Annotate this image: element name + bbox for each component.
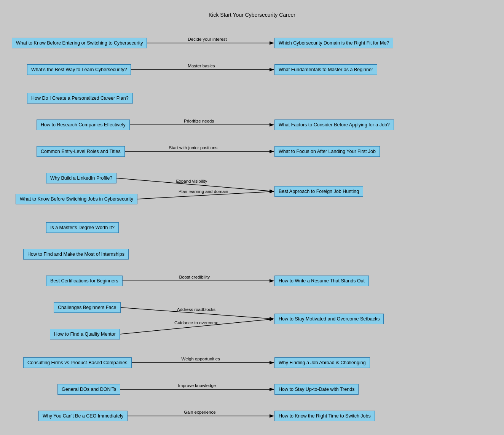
node-n2[interactable]: Which Cybersecurity Domain is the Right … (274, 38, 393, 48)
node-n11[interactable]: Best Approach to Foreign Job Hunting (274, 186, 363, 197)
arrow-label-n6-n7: Prioritize needs (184, 119, 214, 123)
arrow-label-n3-n4: Master basics (188, 64, 215, 68)
node-n18[interactable]: How to Stay Motivated and Overcome Setba… (274, 314, 384, 324)
arrow-label-n1-n2: Decide your interest (188, 37, 227, 41)
arrow-label-n19-n18: Guidance to overcome (174, 320, 219, 325)
arrow-label-n8-n9: Start with junior positions (169, 145, 218, 150)
arrow-label-n10-n11: Expand visibility (176, 179, 207, 183)
node-n16[interactable]: How to Write a Resume That Stands Out (274, 276, 369, 286)
node-n12[interactable]: What to Know Before Switching Jobs in Cy… (16, 194, 137, 204)
node-n4[interactable]: What Fundamentals to Master as a Beginne… (274, 64, 377, 75)
node-n7[interactable]: What Factors to Consider Before Applying… (274, 120, 394, 130)
arrow-label-n24-n25: Gain experience (184, 410, 216, 414)
arrow-label-n20-n21: Weigh opportunities (182, 357, 220, 361)
node-n19[interactable]: How to Find a Quality Mentor (50, 329, 120, 339)
node-n20[interactable]: Consulting Firms vs Product-Based Compan… (23, 357, 132, 368)
node-n3[interactable]: What's the Best Way to Learn Cybersecuri… (27, 64, 131, 75)
arrow-label-n17-n18: Address roadblocks (177, 307, 215, 312)
node-n25[interactable]: How to Know the Right Time to Switch Job… (274, 411, 375, 421)
node-n8[interactable]: Common Entry-Level Roles and Titles (37, 146, 125, 157)
node-n22[interactable]: General DOs and DON'Ts (57, 384, 120, 395)
node-n9[interactable]: What to Focus on After Landing Your Firs… (274, 146, 380, 157)
node-n1[interactable]: What to Know Before Entering or Switchin… (12, 38, 147, 48)
node-n21[interactable]: Why Finding a Job Abroad is Challenging (274, 357, 370, 368)
node-n23[interactable]: How to Stay Up-to-Date with Trends (274, 384, 359, 395)
diagram-container: Kick Start Your Cybersecurity Career Wha… (4, 4, 500, 426)
node-n13[interactable]: Is a Master's Degree Worth It? (46, 222, 119, 233)
node-n5[interactable]: How Do I Create a Personalized Career Pl… (27, 93, 133, 104)
node-n10[interactable]: Why Build a LinkedIn Profile? (46, 173, 116, 183)
node-n24[interactable]: Why You Can't Be a CEO Immediately (38, 411, 128, 421)
node-n14[interactable]: How to Find and Make the Most of Interns… (23, 249, 129, 260)
diagram-title: Kick Start Your Cybersecurity Career (12, 12, 492, 18)
node-n15[interactable]: Best Certifications for Beginners (46, 276, 123, 286)
node-n17[interactable]: Challenges Beginners Face (54, 302, 121, 313)
arrow-label-n22-n23: Improve knowledge (178, 383, 216, 388)
node-n6[interactable]: How to Research Companies Effectively (37, 120, 130, 130)
arrow-label-n12-n11: Plan learning and domain (179, 189, 228, 194)
arrow-label-n15-n16: Boost credibility (179, 275, 210, 279)
